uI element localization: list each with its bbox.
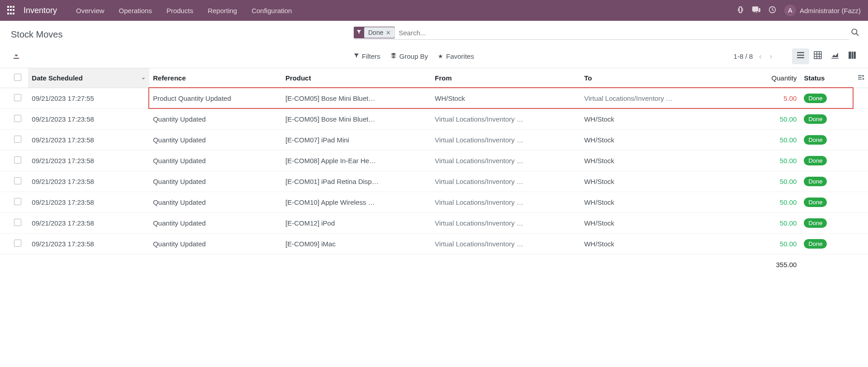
table-row[interactable]: 09/21/2023 17:23:58 Quantity Updated [E-…: [0, 234, 868, 254]
cell-reference: Quantity Updated: [149, 234, 282, 254]
filter-chip-remove[interactable]: ✕: [386, 29, 391, 36]
col-product[interactable]: Product: [282, 68, 431, 88]
col-date[interactable]: Date Scheduled ⌄: [28, 68, 149, 88]
cell-from: Virtual Locations/Inventory …: [431, 213, 580, 234]
nav-reporting[interactable]: Reporting: [202, 3, 242, 18]
row-checkbox[interactable]: [14, 115, 21, 122]
cell-to: WH/Stock: [580, 109, 749, 130]
funnel-icon: [354, 53, 359, 60]
cell-reference: Quantity Updated: [149, 213, 282, 234]
group-by-button[interactable]: Group By: [390, 52, 428, 60]
col-reference[interactable]: Reference: [149, 68, 282, 88]
cell-date: 09/21/2023 17:23:58: [28, 213, 149, 234]
cell-quantity: 50.00: [749, 171, 800, 192]
nav-overview[interactable]: Overview: [71, 3, 110, 18]
cell-date: 09/21/2023 17:23:58: [28, 234, 149, 254]
cell-quantity: 50.00: [749, 130, 800, 151]
cell-reference: Quantity Updated: [149, 192, 282, 213]
row-checkbox[interactable]: [14, 219, 21, 226]
stock-moves-table: Date Scheduled ⌄ Reference Product From …: [0, 68, 868, 275]
svg-point-1: [852, 29, 857, 34]
pager-next[interactable]: ›: [768, 52, 774, 61]
cell-from: Virtual Locations/Inventory …: [431, 234, 580, 254]
table-row[interactable]: 09/21/2023 17:23:58 Quantity Updated [E-…: [0, 151, 868, 171]
cell-product: [E-COM09] iMac: [282, 234, 431, 254]
graph-view-button[interactable]: [826, 48, 844, 64]
table-row[interactable]: 09/21/2023 17:23:58 Quantity Updated [E-…: [0, 130, 868, 151]
search-input[interactable]: [398, 27, 849, 38]
filter-chip-done: Done ✕: [354, 27, 395, 38]
user-menu[interactable]: A Administrator (Fazz): [784, 5, 861, 16]
activities-icon[interactable]: [768, 6, 776, 15]
optional-fields-icon[interactable]: [857, 75, 864, 82]
search-icon[interactable]: [849, 26, 861, 40]
cell-date: 09/21/2023 17:27:55: [28, 88, 149, 109]
cell-status: Done: [800, 130, 845, 151]
row-checkbox[interactable]: [14, 240, 21, 247]
cell-to: WH/Stock: [580, 192, 749, 213]
module-title[interactable]: Inventory: [24, 6, 57, 15]
pager-prev[interactable]: ‹: [757, 52, 763, 61]
cell-quantity: 50.00: [749, 151, 800, 171]
search-bar[interactable]: Done ✕: [354, 27, 849, 40]
favorites-button[interactable]: ★ Favorites: [438, 52, 474, 60]
table-row[interactable]: 09/21/2023 17:23:58 Quantity Updated [E-…: [0, 171, 868, 192]
row-checkbox[interactable]: [14, 198, 21, 205]
cell-quantity: 50.00: [749, 213, 800, 234]
cell-from: WH/Stock: [431, 88, 580, 109]
cell-to: Virtual Locations/Inventory …: [580, 88, 749, 109]
cell-from: Virtual Locations/Inventory …: [431, 192, 580, 213]
cell-status: Done: [800, 192, 845, 213]
table-row[interactable]: 09/21/2023 17:23:58 Quantity Updated [E-…: [0, 192, 868, 213]
chevron-down-icon: ⌄: [141, 74, 146, 80]
list-view-button[interactable]: [792, 48, 809, 64]
table-row[interactable]: 09/21/2023 17:23:58 Quantity Updated [E-…: [0, 213, 868, 234]
apps-icon[interactable]: [7, 6, 16, 15]
cell-quantity: 50.00: [749, 109, 800, 130]
col-status[interactable]: Status: [800, 68, 845, 88]
cell-date: 09/21/2023 17:23:58: [28, 171, 149, 192]
cell-from: Virtual Locations/Inventory …: [431, 151, 580, 171]
cell-product: [E-COM08] Apple In-Ear He…: [282, 151, 431, 171]
col-to[interactable]: To: [580, 68, 749, 88]
cell-reference: Product Quantity Updated: [149, 88, 282, 109]
col-from[interactable]: From: [431, 68, 580, 88]
pager: 1-8 / 8 ‹ ›: [734, 52, 774, 61]
cell-from: Virtual Locations/Inventory …: [431, 109, 580, 130]
kanban-view-button[interactable]: [809, 48, 826, 64]
cell-quantity: 50.00: [749, 234, 800, 254]
table-row[interactable]: 09/21/2023 17:23:58 Quantity Updated [E-…: [0, 109, 868, 130]
cell-reference: Quantity Updated: [149, 151, 282, 171]
funnel-icon: [354, 29, 364, 36]
cell-date: 09/21/2023 17:23:58: [28, 192, 149, 213]
nav-operations[interactable]: Operations: [114, 3, 157, 18]
username: Administrator (Fazz): [800, 7, 861, 14]
cell-status: Done: [800, 213, 845, 234]
search-options: Filters Group By ★ Favorites: [354, 52, 474, 60]
cell-quantity: 5.00: [749, 88, 800, 109]
nav-products[interactable]: Products: [161, 3, 199, 18]
row-checkbox[interactable]: [14, 94, 21, 101]
debug-icon[interactable]: [737, 6, 744, 15]
cell-product: [E-COM07] iPad Mini: [282, 130, 431, 151]
row-checkbox[interactable]: [14, 177, 21, 184]
cell-from: Virtual Locations/Inventory …: [431, 130, 580, 151]
cell-reference: Quantity Updated: [149, 171, 282, 192]
cell-to: WH/Stock: [580, 151, 749, 171]
row-checkbox[interactable]: [14, 156, 21, 164]
top-navbar: Inventory Overview Operations Products R…: [0, 0, 868, 21]
cell-date: 09/21/2023 17:23:58: [28, 130, 149, 151]
filters-button[interactable]: Filters: [354, 52, 380, 60]
pivot-view-button[interactable]: [844, 48, 861, 64]
nav-configuration[interactable]: Configuration: [246, 3, 297, 18]
pager-value[interactable]: 1-8 / 8: [734, 52, 753, 60]
table-row[interactable]: 09/21/2023 17:27:55 Product Quantity Upd…: [0, 88, 868, 109]
view-switcher: [792, 48, 861, 64]
cell-date: 09/21/2023 17:23:58: [28, 151, 149, 171]
cell-product: [E-COM12] iPod: [282, 213, 431, 234]
col-quantity[interactable]: Quantity: [749, 68, 800, 88]
select-all-checkbox[interactable]: [14, 74, 21, 81]
messaging-icon[interactable]: [752, 5, 760, 15]
row-checkbox[interactable]: [14, 136, 21, 143]
export-button[interactable]: [11, 51, 354, 62]
